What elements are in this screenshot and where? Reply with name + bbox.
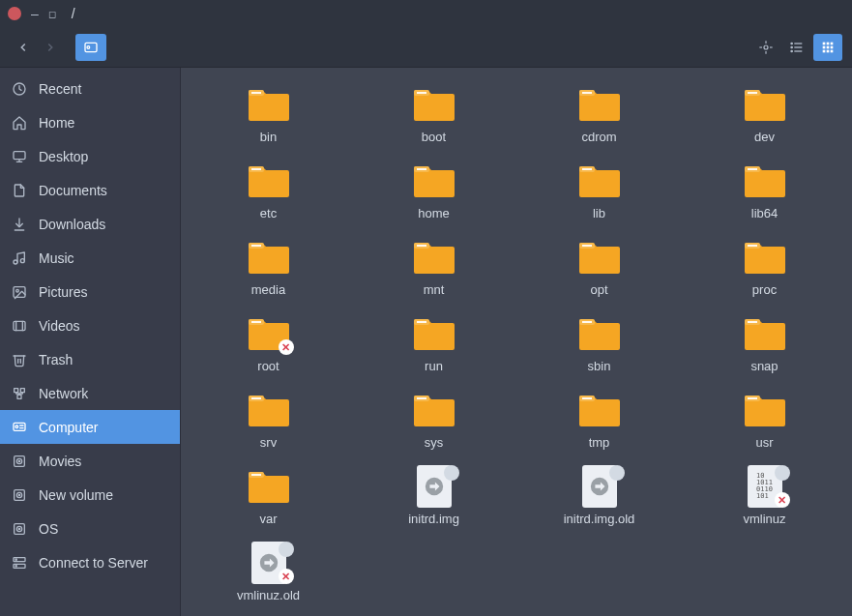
folder-lib64[interactable]: lib64 — [687, 161, 842, 220]
trash-icon — [12, 352, 27, 367]
server-icon — [12, 555, 27, 571]
item-icon — [246, 314, 292, 353]
item-label: cdrom — [581, 130, 616, 144]
sidebar-item-label: Movies — [39, 454, 81, 469]
item-icon — [576, 161, 623, 200]
item-icon — [411, 314, 457, 353]
folder-run[interactable]: run — [356, 314, 512, 373]
item-icon: ↩ — [246, 543, 292, 582]
list-view-button[interactable] — [782, 34, 811, 61]
folder-root[interactable]: root — [191, 314, 346, 373]
item-icon — [411, 238, 457, 277]
window-maximize-button[interactable]: ◻ — [48, 9, 56, 19]
item-label: lib64 — [751, 206, 778, 220]
sidebar-item-label: Music — [39, 250, 74, 266]
file-vmlinuz[interactable]: 1010110110101↩ vmlinuz — [687, 467, 842, 526]
item-icon — [246, 161, 292, 200]
item-label: var — [259, 512, 277, 526]
svg-point-29 — [16, 289, 19, 292]
folder-cdrom[interactable]: cdrom — [521, 85, 677, 144]
sidebar-item-home[interactable]: Home — [0, 105, 180, 139]
folder-proc[interactable]: proc — [687, 238, 842, 297]
sidebar-item-movies[interactable]: Movies — [0, 444, 180, 478]
disk-icon — [12, 487, 27, 503]
svg-point-51 — [15, 559, 16, 560]
content-pane[interactable]: bin boot cdrom dev etc home lib — [181, 68, 852, 616]
svg-rect-86 — [251, 397, 261, 399]
sidebar-item-pictures[interactable]: Pictures — [0, 275, 180, 308]
svg-rect-72 — [417, 245, 426, 247]
svg-rect-58 — [582, 92, 592, 94]
item-icon — [742, 85, 788, 124]
item-icon — [411, 161, 457, 200]
svg-point-27 — [20, 258, 24, 262]
folder-usr[interactable]: usr — [687, 391, 842, 450]
chevron-right-icon — [44, 41, 57, 54]
sidebar-item-music[interactable]: Music — [0, 241, 180, 275]
item-label: mnt — [424, 282, 445, 297]
folder-home[interactable]: home — [356, 161, 512, 220]
folder-mnt[interactable]: mnt — [356, 238, 512, 297]
sidebar-item-label: Downloads — [39, 217, 105, 232]
sidebar-item-documents[interactable]: Documents — [0, 173, 180, 207]
sidebar-item-computer[interactable]: Computer — [0, 410, 180, 444]
svg-rect-70 — [251, 245, 261, 247]
item-icon — [742, 391, 788, 429]
titlebar: – ◻ / — [0, 0, 852, 27]
svg-point-48 — [18, 528, 19, 529]
sidebar-item-label: Pictures — [39, 284, 88, 300]
folder-dev[interactable]: dev — [687, 85, 842, 144]
window-close-button[interactable] — [8, 7, 21, 20]
folder-lib[interactable]: lib — [521, 161, 677, 220]
folder-tmp[interactable]: tmp — [521, 391, 677, 450]
svg-rect-78 — [251, 321, 261, 323]
video-icon — [12, 318, 27, 334]
folder-var[interactable]: var — [191, 467, 346, 526]
location-button[interactable] — [751, 34, 780, 61]
file-initrd-img[interactable]: ↩ initrd.img — [356, 467, 512, 526]
file-vmlinuz-old[interactable]: ↩ vmlinuz.old — [191, 543, 346, 602]
sidebar-item-recent[interactable]: Recent — [0, 72, 180, 105]
svg-rect-92 — [748, 397, 757, 399]
grid-view-button[interactable] — [813, 34, 842, 61]
sidebar: Recent Home Desktop Documents Downloads … — [0, 68, 181, 616]
file-initrd-img-old[interactable]: ↩ initrd.img.old — [521, 467, 677, 526]
item-icon — [742, 161, 788, 200]
item-label: initrd.img.old — [564, 512, 635, 526]
sidebar-item-downloads[interactable]: Downloads — [0, 207, 180, 241]
item-label: proc — [752, 282, 777, 297]
sidebar-item-new-volume[interactable]: New volume — [0, 478, 180, 512]
folder-srv[interactable]: srv — [191, 391, 346, 450]
folder-boot[interactable]: boot — [356, 85, 512, 144]
svg-rect-82 — [582, 321, 592, 323]
item-icon — [576, 85, 623, 124]
clock-icon — [12, 81, 27, 97]
window-minimize-button[interactable]: – — [31, 6, 39, 21]
icon-grid: bin boot cdrom dev etc home lib — [191, 85, 842, 602]
sidebar-item-os[interactable]: OS — [0, 512, 180, 545]
forward-button[interactable] — [37, 34, 64, 61]
item-label: etc — [260, 206, 277, 220]
svg-rect-16 — [823, 45, 826, 48]
folder-sbin[interactable]: sbin — [521, 314, 677, 373]
svg-rect-18 — [831, 45, 834, 48]
item-label: media — [251, 282, 285, 297]
item-label: srv — [260, 435, 277, 450]
folder-bin[interactable]: bin — [191, 85, 346, 144]
back-button[interactable] — [10, 34, 37, 61]
sidebar-item-desktop[interactable]: Desktop — [0, 139, 180, 173]
svg-rect-21 — [831, 49, 834, 52]
folder-snap[interactable]: snap — [687, 314, 842, 373]
folder-media[interactable]: media — [191, 238, 346, 297]
path-root-crumb[interactable] — [75, 34, 106, 61]
sidebar-item-videos[interactable]: Videos — [0, 308, 180, 342]
svg-point-12 — [791, 50, 792, 51]
folder-opt[interactable]: opt — [521, 238, 677, 297]
folder-sys[interactable]: sys — [356, 391, 512, 450]
svg-rect-14 — [827, 42, 830, 44]
sidebar-item-network[interactable]: Network — [0, 376, 180, 410]
sidebar-item-connect-to-server[interactable]: Connect to Server — [0, 545, 180, 579]
download-icon — [12, 217, 27, 232]
sidebar-item-trash[interactable]: Trash — [0, 342, 180, 376]
folder-etc[interactable]: etc — [191, 161, 346, 220]
